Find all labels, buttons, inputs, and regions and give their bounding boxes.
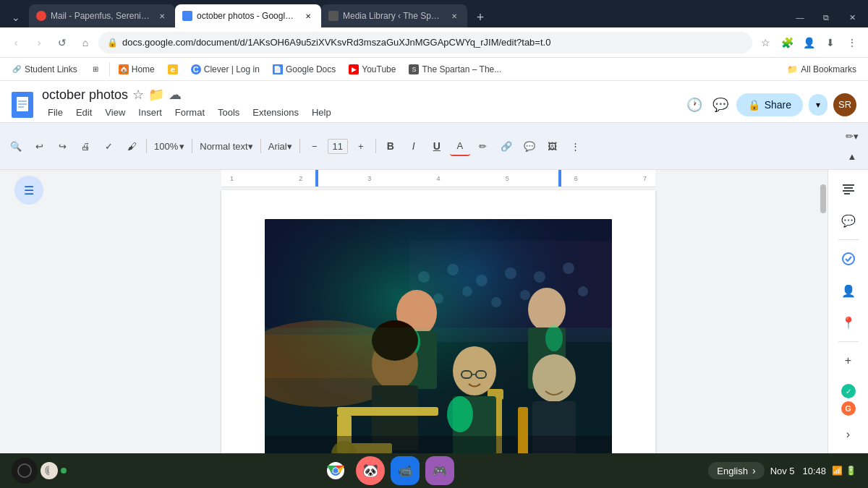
more-toolbar-btn[interactable]: ⋮ <box>566 136 586 156</box>
style-select[interactable]: Normal text ▾ <box>197 136 255 156</box>
star-icon[interactable]: ☆ <box>132 87 144 103</box>
sep5 <box>375 139 376 153</box>
doc-page[interactable] <box>221 190 655 453</box>
tab-docs[interactable]: october photos - Google Docs ✕ <box>175 4 321 27</box>
more-button[interactable]: ⋮ <box>842 33 862 53</box>
zoom-control[interactable]: 100% ▾ <box>151 136 187 156</box>
taskbar-purple-app[interactable]: 🎮 <box>425 456 454 485</box>
menu-tools[interactable]: Tools <box>212 104 245 121</box>
menu-view[interactable]: View <box>99 104 131 121</box>
expand-sidebar-btn[interactable]: › <box>835 421 861 448</box>
doc-scroll-area[interactable]: 1 2 3 4 5 6 7 <box>58 170 819 453</box>
svg-rect-56 <box>843 184 854 186</box>
suggest-edit-btn[interactable]: ✏▾ <box>842 126 862 146</box>
bookmark-home[interactable]: 🏠 Home <box>113 62 161 77</box>
cloud-icon[interactable]: ☁ <box>169 87 182 103</box>
menu-help[interactable]: Help <box>306 104 337 121</box>
grammarly-g-icon[interactable]: G <box>841 401 856 416</box>
redo-btn[interactable]: ↪ <box>52 136 72 156</box>
scrollbar[interactable] <box>819 170 827 453</box>
bookmark-youtube[interactable]: ▶ YouTube <box>343 62 401 77</box>
comments-icon[interactable]: 💬 <box>710 95 731 115</box>
bookmark-spartan[interactable]: S The Spartan – The... <box>403 62 507 77</box>
maps-sidebar-btn[interactable]: 📍 <box>835 309 861 335</box>
font-size-increase[interactable]: + <box>351 136 371 156</box>
star-button[interactable]: ☆ <box>755 33 775 53</box>
folder-move-icon[interactable]: 📁 <box>148 87 164 103</box>
user-avatar[interactable]: SR <box>833 93 856 116</box>
close-button[interactable]: ✕ <box>842 7 862 27</box>
taskbar-left <box>12 458 67 484</box>
forward-button[interactable]: › <box>29 33 49 53</box>
ruler-2: 2 <box>299 175 302 182</box>
menu-format[interactable]: Format <box>169 104 210 121</box>
contacts-sidebar-btn[interactable]: 👤 <box>835 278 861 304</box>
tab-mail[interactable]: Mail - Papenfus, Serenity Rae - ✕ <box>29 4 175 27</box>
add-sidebar-btn[interactable]: + <box>835 348 861 374</box>
extensions-button[interactable]: 🧩 <box>777 33 797 53</box>
highlight-btn[interactable]: ✏ <box>473 136 493 156</box>
tab-spartan[interactable]: Media Library ‹ The Spartan - ✕ <box>321 4 467 27</box>
taskbar-social[interactable]: 🐼 <box>356 456 385 485</box>
home-button[interactable]: ⌂ <box>75 33 95 53</box>
menu-insert[interactable]: Insert <box>132 104 168 121</box>
comment-btn[interactable]: 💬 <box>519 136 540 156</box>
new-tab-button[interactable]: + <box>470 7 490 27</box>
search-toolbar-btn[interactable]: 🔍 <box>6 136 26 156</box>
tab-bar: ⌄ Mail - Papenfus, Serenity Rae - ✕ octo… <box>0 0 868 27</box>
mail-tab-icon <box>36 11 46 21</box>
menu-edit[interactable]: Edit <box>70 104 98 121</box>
docs-outline-sidebar-btn[interactable] <box>835 176 861 202</box>
outline-icon <box>841 181 856 196</box>
tab-docs-close[interactable]: ✕ <box>302 10 314 22</box>
link-btn[interactable]: 🔗 <box>496 136 516 156</box>
taskbar-chrome[interactable] <box>321 456 350 485</box>
all-bookmarks-button[interactable]: 📁 All Bookmarks <box>781 62 862 77</box>
bookmark-e[interactable]: e <box>162 62 184 77</box>
paint-format-btn[interactable]: 🖌 <box>122 136 142 156</box>
ruler-3: 3 <box>367 175 371 182</box>
fingerprint-icon[interactable] <box>41 462 58 479</box>
bookmark-student-links[interactable]: 🔗 Student Links <box>6 62 83 77</box>
history-icon[interactable]: 🕐 <box>684 95 705 115</box>
tab-spartan-close[interactable]: ✕ <box>448 10 460 22</box>
print-btn[interactable]: 🖨 <box>75 136 95 156</box>
bold-btn[interactable]: B <box>380 136 401 156</box>
tab-list-btn[interactable]: ⌄ <box>6 7 26 27</box>
tasks-sidebar-btn[interactable] <box>835 246 861 272</box>
hide-toolbar-btn[interactable]: ▲ <box>842 146 862 166</box>
minimize-button[interactable]: — <box>790 7 810 27</box>
menu-extensions[interactable]: Extensions <box>247 104 305 121</box>
activity-sidebar-btn[interactable]: 💬 <box>835 207 861 234</box>
font-size-decrease[interactable]: − <box>305 136 325 156</box>
share-dropdown[interactable]: ▾ <box>809 94 827 116</box>
underline-btn[interactable]: U <box>427 136 447 156</box>
bookmark-gdocs[interactable]: 📄 Google Docs <box>267 62 341 77</box>
reload-button[interactable]: ↺ <box>52 33 72 53</box>
taskbar-meet[interactable]: 📹 <box>391 456 420 485</box>
youtube-icon: ▶ <box>349 64 359 74</box>
insert-image-btn[interactable]: 🖼 <box>542 136 563 156</box>
tab-mail-close[interactable]: ✕ <box>156 10 168 22</box>
back-button[interactable]: ‹ <box>6 33 26 53</box>
bookmark-clever[interactable]: C Clever | Log in <box>185 62 265 77</box>
restore-button[interactable]: ⧉ <box>816 7 836 27</box>
text-color-btn[interactable]: A <box>450 136 470 156</box>
scroll-thumb[interactable] <box>820 184 826 213</box>
font-select[interactable]: Arial ▾ <box>265 136 295 156</box>
download-button[interactable]: ⬇ <box>820 33 841 53</box>
profile-button[interactable]: 👤 <box>799 33 819 53</box>
doc-photo[interactable] <box>265 219 612 453</box>
bookmark-apps[interactable]: ⊞ <box>85 62 106 77</box>
taskbar-start-btn[interactable] <box>12 458 38 484</box>
italic-btn[interactable]: I <box>404 136 424 156</box>
share-button[interactable]: 🔒 Share <box>736 93 803 116</box>
spellcheck-btn[interactable]: ✓ <box>98 136 119 156</box>
font-size-value[interactable]: 11 <box>328 139 348 154</box>
grammarly-check-icon[interactable]: ✓ <box>841 384 856 398</box>
outline-btn[interactable]: ☰ <box>14 176 43 205</box>
language-button[interactable]: English › <box>708 462 764 479</box>
address-bar[interactable]: 🔒 docs.google.com/document/d/1AKsOH6A9u5… <box>98 32 752 53</box>
undo-btn[interactable]: ↩ <box>29 136 49 156</box>
menu-file[interactable]: File <box>42 104 69 121</box>
